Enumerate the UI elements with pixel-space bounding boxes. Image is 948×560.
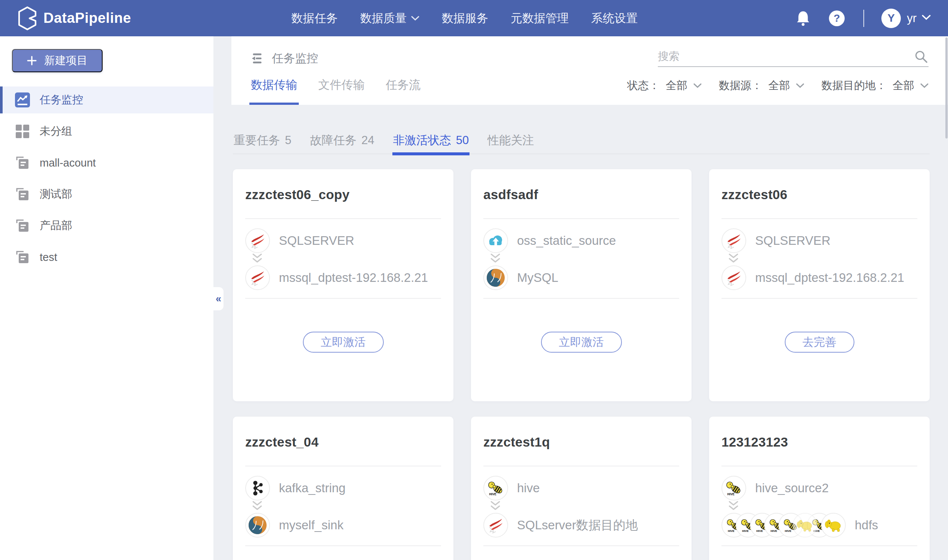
tab-file-transfer[interactable]: 文件传输 bbox=[318, 77, 365, 105]
task-card[interactable]: zzzctest_04 kafka_string myself_sink bbox=[233, 417, 453, 560]
navbar-divider bbox=[863, 10, 864, 27]
monitor-chart-icon bbox=[15, 92, 30, 108]
double-chevron-down-icon bbox=[489, 253, 502, 264]
notification-bell-icon[interactable] bbox=[796, 10, 810, 26]
grid-icon bbox=[15, 124, 30, 139]
target-row: MySQL bbox=[483, 265, 558, 290]
subtab-inactive[interactable]: 非激活状态 50 bbox=[392, 127, 469, 154]
task-card[interactable]: asdfsadf oss_static_source MySQL 立即激活 bbox=[471, 169, 691, 401]
title-row: 任务监控 bbox=[251, 51, 318, 66]
group-folder-icon bbox=[15, 187, 30, 202]
sidebar-item-task-monitor[interactable]: 任务监控 bbox=[0, 86, 213, 114]
main-content: 任务监控 数据传输 文件传输 任务流 状态： 全部 数据源： 全部 数据目的地： bbox=[213, 36, 948, 560]
sqlserver-icon bbox=[722, 228, 746, 253]
subtab-faulty-tasks[interactable]: 故障任务 24 bbox=[309, 127, 375, 154]
status-subtabs: 重要任务 5 故障任务 24 非激活状态 50 性能关注 bbox=[233, 127, 930, 154]
double-chevron-down-icon bbox=[251, 253, 263, 264]
task-title: zzzctest1q bbox=[483, 435, 550, 449]
tab-data-transfer[interactable]: 数据传输 bbox=[251, 77, 297, 105]
task-card[interactable]: zzzctest06_copy SQLSERVER mssql_dptest-1… bbox=[233, 169, 453, 401]
task-title: asdfsadf bbox=[483, 187, 538, 202]
task-title: zzzctest_04 bbox=[245, 435, 319, 449]
double-chevron-down-icon bbox=[489, 500, 502, 512]
hadoop-elephant-icon bbox=[793, 513, 817, 537]
sidebar: 新建项目 任务监控 未分组 mall-acount 测试部 产品部 test bbox=[0, 36, 213, 560]
target-row: SQLserver数据目的地 bbox=[483, 513, 638, 537]
activate-now-button[interactable]: 立即激活 bbox=[303, 332, 384, 352]
plus-icon bbox=[27, 56, 37, 66]
brand[interactable]: DataPipeline bbox=[17, 0, 131, 36]
datapipeline-logo-icon bbox=[17, 6, 37, 31]
filter-data-source[interactable]: 数据源： 全部 bbox=[719, 78, 804, 93]
hive-icon bbox=[722, 476, 746, 500]
target-label: hdfs bbox=[855, 518, 878, 532]
chevron-down-icon bbox=[411, 16, 419, 21]
task-title: 123123123 bbox=[722, 435, 788, 449]
subtab-count: 50 bbox=[456, 134, 469, 147]
sidebar-item-test[interactable]: test bbox=[0, 244, 213, 271]
search-icon[interactable] bbox=[914, 50, 928, 63]
target-row: mssql_dptest-192.168.2.21 bbox=[722, 265, 904, 290]
task-card[interactable]: zzzctest06 SQLSERVER mssql_dptest-192.16… bbox=[709, 169, 930, 401]
tab-task-flow[interactable]: 任务流 bbox=[386, 77, 420, 105]
task-title: zzzctest06_copy bbox=[245, 187, 350, 202]
sidebar-item-test-dept[interactable]: 测试部 bbox=[0, 181, 213, 208]
scrollbar[interactable] bbox=[945, 37, 948, 138]
source-row: SQLSERVER bbox=[245, 228, 354, 253]
source-label: oss_static_source bbox=[517, 234, 616, 248]
task-title: zzzctest06 bbox=[722, 187, 787, 202]
avatar[interactable]: Y bbox=[881, 9, 901, 28]
nav-item-system-settings[interactable]: 系统设置 bbox=[591, 11, 638, 26]
group-folder-icon bbox=[15, 155, 30, 170]
source-label: SQLSERVER bbox=[755, 234, 830, 248]
group-folder-icon bbox=[15, 250, 30, 265]
source-label: hive_source2 bbox=[755, 481, 829, 495]
target-row: myself_sink bbox=[245, 513, 343, 537]
subtab-important-tasks[interactable]: 重要任务 5 bbox=[233, 127, 292, 154]
subtab-count: 24 bbox=[361, 134, 374, 147]
task-card[interactable]: 123123123 hive_source2 hdfs bbox=[709, 417, 930, 560]
chevron-down-icon bbox=[920, 83, 928, 88]
user-menu-chevron-icon[interactable] bbox=[922, 15, 931, 22]
mysql-icon bbox=[245, 513, 270, 537]
source-row: kafka_string bbox=[245, 476, 346, 500]
sqlserver-icon bbox=[245, 265, 270, 290]
sidebar-item-product-dept[interactable]: 产品部 bbox=[0, 212, 213, 239]
subtab-performance[interactable]: 性能关注 bbox=[487, 127, 535, 154]
source-row: hive_source2 bbox=[722, 476, 829, 500]
source-label: hive bbox=[517, 481, 540, 495]
filter-data-destination[interactable]: 数据目的地： 全部 bbox=[822, 78, 928, 93]
activate-now-button[interactable]: 立即激活 bbox=[541, 332, 622, 352]
sidebar-item-mall-acount[interactable]: mall-acount bbox=[0, 149, 213, 176]
go-complete-button[interactable]: 去完善 bbox=[785, 332, 854, 352]
new-project-button[interactable]: 新建项目 bbox=[12, 49, 103, 72]
brand-name: DataPipeline bbox=[43, 10, 131, 26]
list-arrow-icon bbox=[251, 52, 263, 65]
double-chevron-down-icon bbox=[727, 500, 740, 512]
nav-item-data-quality[interactable]: 数据质量 bbox=[360, 11, 419, 26]
chevron-down-icon bbox=[693, 83, 702, 88]
task-card[interactable]: zzzctest1q hive SQLserver数据目的地 bbox=[471, 417, 691, 560]
page-header: 任务监控 数据传输 文件传输 任务流 状态： 全部 数据源： 全部 数据目的地： bbox=[231, 36, 948, 105]
help-icon[interactable]: ? bbox=[829, 11, 845, 26]
oss-cloud-icon bbox=[483, 228, 508, 253]
sidebar-item-ungrouped[interactable]: 未分组 bbox=[0, 118, 213, 145]
sqlserver-icon bbox=[722, 265, 746, 290]
nav-item-metadata[interactable]: 元数据管理 bbox=[511, 11, 569, 26]
user-name: yr bbox=[907, 12, 917, 25]
target-label: myself_sink bbox=[279, 518, 343, 532]
page-title: 任务监控 bbox=[272, 51, 318, 66]
task-card-grid: zzzctest06_copy SQLSERVER mssql_dptest-1… bbox=[233, 169, 930, 560]
chevron-down-icon bbox=[796, 83, 804, 88]
filter-status[interactable]: 状态： 全部 bbox=[627, 78, 702, 93]
hive-icon bbox=[483, 476, 508, 500]
search-input[interactable] bbox=[658, 48, 897, 65]
group-folder-icon bbox=[15, 218, 30, 233]
filters: 状态： 全部 数据源： 全部 数据目的地： 全部 bbox=[627, 78, 928, 93]
nav-item-data-services[interactable]: 数据服务 bbox=[442, 11, 488, 26]
top-navbar: DataPipeline 数据任务 数据质量 数据服务 元数据管理 系统设置 ?… bbox=[0, 0, 948, 36]
sidebar-collapse-button[interactable]: « bbox=[213, 287, 223, 310]
nav-item-data-tasks[interactable]: 数据任务 bbox=[291, 11, 338, 26]
navbar-right: ? Y yr bbox=[796, 0, 931, 36]
target-icon-stack bbox=[722, 513, 846, 537]
